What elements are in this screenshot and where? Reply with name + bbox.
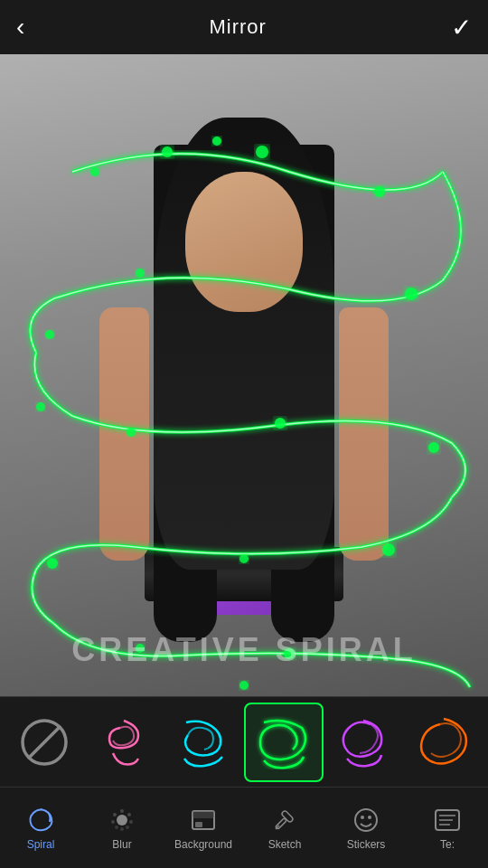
cyan-spiral-icon — [175, 713, 233, 771]
text-label: Te: — [440, 838, 455, 851]
svg-point-21 — [113, 813, 117, 816]
page-title: Mirror — [209, 15, 266, 39]
no-effect-icon — [15, 713, 73, 771]
spiral-icon — [26, 806, 55, 835]
sketch-icon — [270, 806, 299, 835]
sketch-label: Sketch — [268, 838, 302, 851]
nav-item-sketch[interactable]: Sketch — [244, 806, 325, 851]
purple-spiral-icon — [334, 713, 392, 771]
svg-rect-30 — [192, 811, 214, 818]
stickers-label: Stickers — [347, 838, 386, 851]
confirm-button[interactable]: ✓ — [451, 13, 472, 42]
nav-item-stickers[interactable]: Stickers — [325, 806, 407, 851]
svg-rect-33 — [281, 809, 294, 822]
svg-rect-31 — [195, 822, 202, 827]
text-icon — [433, 806, 462, 835]
nav-item-spiral[interactable]: Spiral — [0, 806, 81, 851]
svg-point-28 — [120, 827, 124, 831]
top-bar: ‹ Mirror ✓ — [0, 0, 488, 54]
svg-point-37 — [368, 816, 371, 819]
svg-point-35 — [355, 809, 377, 831]
stickers-icon — [352, 806, 380, 835]
svg-point-20 — [117, 815, 127, 826]
background-icon — [189, 806, 218, 835]
svg-line-19 — [28, 726, 61, 759]
bottom-nav: Spiral Blur Back — [0, 787, 488, 868]
svg-point-27 — [120, 809, 124, 813]
effect-purple-spiral[interactable] — [324, 703, 403, 782]
effect-cyan-spiral[interactable] — [164, 703, 244, 782]
effect-bar — [0, 696, 488, 787]
effect-green-spiral[interactable] — [244, 703, 324, 782]
svg-point-25 — [115, 826, 118, 829]
green-spiral-icon — [255, 713, 313, 771]
image-area: CREATIVE SPIRAL — [0, 54, 488, 696]
arm-left — [99, 307, 149, 561]
effect-none[interactable] — [5, 703, 84, 782]
nav-item-background[interactable]: Background — [163, 806, 244, 851]
face — [185, 172, 303, 312]
blur-label: Blur — [112, 838, 131, 851]
svg-point-36 — [361, 816, 364, 819]
effect-orange-spiral[interactable] — [404, 703, 483, 782]
svg-point-24 — [129, 820, 133, 824]
nav-item-text[interactable]: Te: — [407, 806, 488, 851]
nav-item-blur[interactable]: Blur — [81, 806, 163, 851]
orange-spiral-icon — [415, 713, 473, 771]
svg-point-26 — [126, 826, 129, 829]
svg-point-23 — [111, 820, 115, 824]
background-label: Background — [174, 838, 232, 851]
effect-pink-spiral[interactable] — [84, 703, 164, 782]
back-button[interactable]: ‹ — [16, 13, 24, 42]
svg-point-22 — [127, 813, 131, 816]
pink-spiral-icon — [95, 713, 153, 771]
arm-right — [339, 307, 389, 561]
spiral-label: Spiral — [27, 838, 55, 851]
watermark-text: CREATIVE SPIRAL — [71, 631, 416, 669]
blur-icon — [108, 806, 136, 835]
